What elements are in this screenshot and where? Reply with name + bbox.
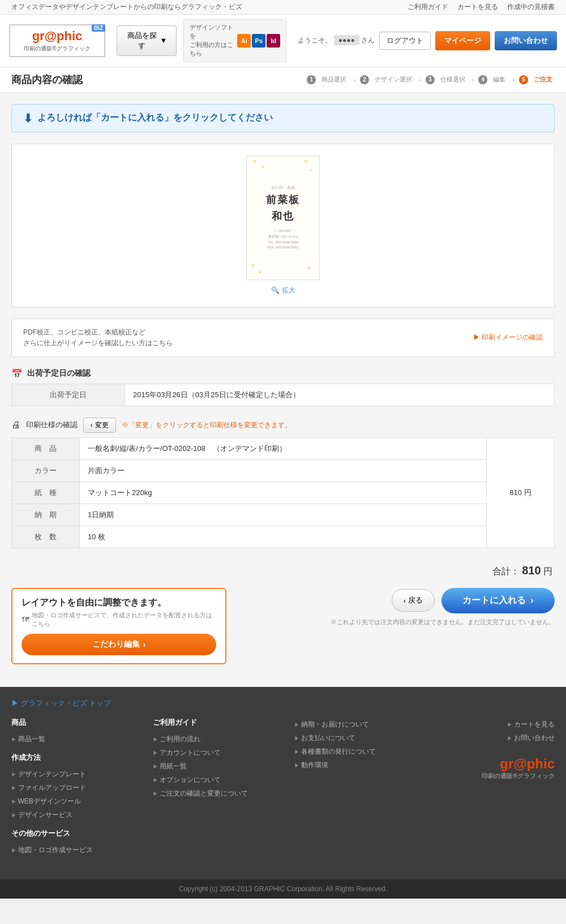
footer-grid: 商品 商品一覧 作成方法 デザインテンプレート ファイルアップロード WEBデザ… (11, 717, 555, 857)
footer-other-title: その他のサービス (11, 828, 130, 839)
logo-text: gr@phic (32, 29, 83, 44)
footer-product-list-link[interactable]: 商品一覧 (11, 732, 130, 746)
card-details: 〒123-4567 東京都○○区○○1-2-3 TEL: 000-0000-00… (266, 229, 300, 250)
footer-file-upload-link[interactable]: ファイルアップロード (11, 781, 130, 794)
step-4-circle: 4 (478, 75, 487, 84)
flower-decoration-1: ✿ (252, 159, 256, 164)
footer-right-links: カートを見る お問い合わせ (507, 717, 555, 745)
footer-order-confirm-link[interactable]: ご注文の確認と変更について (153, 787, 272, 800)
footer-top-link[interactable]: ▶ グラフィック・ビズ トップ (11, 698, 555, 708)
footer-account-link[interactable]: アカウントについて (153, 746, 272, 759)
flower-decoration-6: ✦ (258, 270, 262, 275)
spec-delivery-value: 1日納期 (80, 504, 487, 526)
download-icon: ⬇ (23, 111, 33, 125)
cart-buttons: ‹ 戻る カートに入れる › (392, 588, 555, 613)
footer-col-product: 商品 商品一覧 作成方法 デザインテンプレート ファイルアップロード WEBデザ… (11, 717, 130, 857)
spec-count-value: 10 枚 (80, 526, 487, 548)
footer-design-template-link[interactable]: デザインテンプレート (11, 767, 130, 781)
guide-link[interactable]: ご利用ガイド (408, 2, 448, 12)
spec-count-label: 枚 数 (12, 526, 80, 548)
flower-decoration-2: ✦ (261, 165, 265, 170)
header: オフィスデータやデザインテンプレートからの印刷ならグラフィック・ビズ ご利用ガイ… (0, 0, 566, 67)
footer-options-link[interactable]: オプションについて (153, 773, 272, 787)
spec-paper-value: マットコート220kg (80, 482, 487, 504)
card-name-main: 前菜板和也 (266, 192, 300, 225)
kodawari-edit-button[interactable]: こだわり編集 › (22, 634, 216, 655)
total-value: 810 (522, 564, 541, 577)
total-row: 合計： 810 円 (11, 560, 555, 582)
layout-box-title: レイアウトを自由に調整できます。 (22, 597, 216, 609)
mypage-button[interactable]: マイページ (435, 31, 490, 50)
footer-docs-link[interactable]: 各種書類の発行について (294, 745, 413, 758)
orders-link[interactable]: 作成中の見積書 (507, 2, 555, 12)
add-to-cart-button[interactable]: カートに入れる › (441, 588, 555, 613)
shipping-section-title: 出荷予定日の確認 (27, 368, 91, 379)
footer-design-service-link[interactable]: デザインサービス (11, 808, 130, 822)
map-icon: 🗺 (22, 615, 29, 624)
enlarge-link[interactable]: 🔍 拡大 (271, 286, 295, 295)
footer-product-title: 商品 (11, 717, 130, 728)
shipping-date-label: 出荷予定日 (12, 384, 125, 406)
cart-link-top[interactable]: カートを見る (457, 2, 498, 12)
shipping-date-value: 2015年03月26日（03月25日に受付確定した場合） (125, 384, 555, 406)
spec-section: 🖨 印刷仕様の確認 ‹ 変更 ※「変更」をクリックすると印刷仕様を変更できます。… (11, 418, 555, 548)
indesign-icon: Id (267, 34, 280, 48)
proof-text: PDF校正、コンビニ校正、本紙校正など さらに仕上がりイメージを確認したい方はこ… (23, 327, 173, 349)
product-search-button[interactable]: 商品を探す ▼ (117, 25, 177, 56)
footer-cart-link[interactable]: カートを見る (507, 717, 555, 731)
step-5-label: ご注文 (531, 74, 555, 85)
spec-section-header: 🖨 印刷仕様の確認 ‹ 変更 ※「変更」をクリックすると印刷仕様を変更できます。 (11, 418, 555, 433)
change-btn-label: 変更 (95, 420, 109, 430)
table-row: 納 期 1日納期 (12, 504, 555, 526)
spec-table: 商 品 一般名刺/縦/表/カラー/OT-0202-108 （オンデマンド印刷） … (11, 437, 555, 548)
footer-env-link[interactable]: 動作環境 (294, 758, 413, 772)
footer-web-design-link[interactable]: WEBデザインツール (11, 794, 130, 808)
layout-box: レイアウトを自由に調整できます。 🗺 地図・ロゴ作成サービスで、作成されたデータ… (11, 588, 226, 664)
table-row: カラー 片面カラー (12, 459, 555, 482)
step-3-circle: 3 (426, 75, 435, 84)
footer-payment-link[interactable]: お支払いについて (294, 731, 413, 745)
nav-area: 商品を探す ▼ デザインソフトをご利用の方はこちら Ai Ps Id (117, 19, 286, 62)
flower-decoration-3: ✿ (304, 159, 308, 164)
chevron-right-icon: › (143, 640, 146, 649)
layout-box-sub: 🗺 地図・ロゴ作成サービスで、作成されたデータを配置される方はこちら (22, 611, 216, 628)
footer-paper-list-link[interactable]: 用紙一覧 (153, 759, 272, 773)
flower-decoration-5: ✿ (251, 263, 255, 268)
action-area: レイアウトを自由に調整できます。 🗺 地図・ロゴ作成サービスで、作成されたデータ… (11, 588, 555, 664)
logo-sub: 印刷の通販®グラフィック (24, 45, 90, 53)
footer-delivery-link[interactable]: 納期・お届けについて (294, 717, 413, 731)
proof-link[interactable]: ▶ 印刷イメージの確認 (473, 333, 543, 342)
footer-col-right: カートを見る お問い合わせ gr@phic 印刷の通販®グラフィック (436, 717, 555, 857)
header-main: BIZ gr@phic 印刷の通販®グラフィック 商品を探す ▼ デザインソフト… (0, 15, 566, 67)
shipping-section-header: 📅 出荷予定日の確認 (11, 368, 555, 379)
total-label: 合計： (492, 566, 520, 576)
footer-guide-flow-link[interactable]: ご利用の流れ (153, 732, 272, 746)
chevron-left-icon: ‹ (91, 421, 93, 429)
card-subtitle: 旬の宿 春風 (266, 184, 300, 192)
footer-inquiry-link[interactable]: お問い合わせ (507, 731, 555, 745)
footer-map-logo-link[interactable]: 地図・ロゴ作成サービス (11, 843, 130, 857)
proof-box: PDF校正、コンビニ校正、本紙校正など さらに仕上がりイメージを確認したい方はこ… (11, 319, 555, 357)
footer-logo-area: gr@phic 印刷の通販®グラフィック (482, 756, 555, 780)
design-software-box: デザインソフトをご利用の方はこちら Ai Ps Id (183, 19, 286, 62)
spec-section-title: 印刷仕様の確認 (26, 420, 78, 430)
spec-delivery-label: 納 期 (12, 504, 80, 526)
step-5-circle: 5 (519, 75, 528, 84)
logo-area: BIZ gr@phic 印刷の通販®グラフィック (9, 24, 105, 57)
back-button[interactable]: ‹ 戻る (392, 589, 435, 612)
table-row: 紙 種 マットコート220kg (12, 482, 555, 504)
page-title-bar: 商品内容の確認 1 商品選択 › 2 デザイン選択 › 3 仕様選択 › 4 編… (0, 67, 566, 93)
table-row: 出荷予定日 2015年03月26日（03月25日に受付確定した場合） (12, 384, 555, 406)
price-cell: 810 円 (487, 437, 555, 548)
spec-product-label: 商 品 (12, 437, 80, 459)
spec-color-value: 片面カラー (80, 459, 487, 482)
step-1-circle: 1 (307, 75, 316, 84)
print-icon: 🖨 (11, 420, 20, 430)
photoshop-icon: Ps (252, 34, 265, 48)
inquiry-button[interactable]: お問い合わせ (495, 31, 557, 50)
logout-button[interactable]: ログアウト (379, 32, 431, 50)
change-spec-button[interactable]: ‹ 変更 (83, 418, 116, 433)
cart-area: ‹ 戻る カートに入れる › ※これより先では注文内容の変更はできません。まだ注… (331, 588, 555, 626)
biz-badge: BIZ (92, 24, 105, 32)
instruction-text: よろしければ「カートに入れる」をクリックしてください (37, 112, 273, 124)
